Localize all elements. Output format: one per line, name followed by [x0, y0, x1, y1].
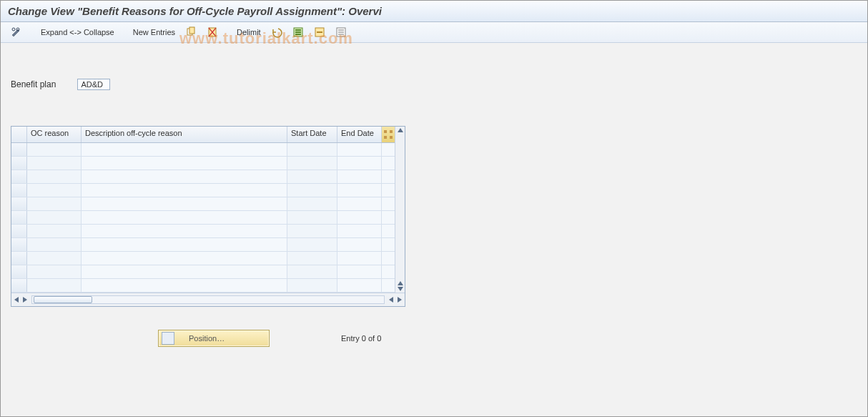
cell-start-date[interactable]: [287, 170, 337, 183]
table-row[interactable]: [11, 252, 395, 265]
cell-start-date[interactable]: [287, 225, 337, 237]
table-row[interactable]: [11, 279, 395, 293]
row-selector[interactable]: [11, 143, 27, 156]
copy-as-button[interactable]: [182, 25, 199, 39]
cell-start-date[interactable]: [287, 157, 337, 170]
cell-end-date[interactable]: [337, 197, 382, 210]
cell-end-date[interactable]: [337, 211, 382, 224]
cell-end-date[interactable]: [337, 184, 382, 197]
cell-oc-reason[interactable]: [27, 225, 82, 237]
undo-change-button[interactable]: [268, 25, 285, 39]
cell-spacer: [382, 143, 395, 156]
cell-spacer: [382, 184, 395, 197]
cell-oc-reason[interactable]: [27, 184, 82, 197]
cell-description[interactable]: [82, 238, 287, 251]
row-selector[interactable]: [11, 211, 27, 224]
table-row[interactable]: [11, 170, 395, 184]
deselect-all-button[interactable]: [332, 25, 350, 39]
row-selector[interactable]: [11, 238, 27, 251]
cell-end-date[interactable]: [337, 252, 382, 265]
cell-oc-reason[interactable]: [27, 197, 82, 210]
row-selector[interactable]: [11, 225, 27, 237]
cell-start-date[interactable]: [287, 252, 337, 265]
cell-end-date[interactable]: [337, 265, 382, 278]
table-row[interactable]: [11, 157, 395, 170]
cell-end-date[interactable]: [337, 143, 382, 156]
cell-end-date[interactable]: [337, 279, 382, 292]
cell-start-date[interactable]: [287, 143, 337, 156]
entry-status: Entry 0 of 0: [341, 334, 381, 343]
row-selector[interactable]: [11, 197, 27, 210]
select-all-button[interactable]: [290, 25, 307, 39]
table-row[interactable]: [11, 238, 395, 252]
delimit-button[interactable]: Delimit: [234, 26, 264, 38]
cell-description[interactable]: [82, 265, 287, 278]
cell-oc-reason[interactable]: [27, 143, 82, 156]
cell-oc-reason[interactable]: [27, 252, 82, 265]
oc-reason-table: OC reason Description off-cycle reason S…: [11, 126, 405, 307]
cell-start-date[interactable]: [287, 184, 337, 197]
table-row[interactable]: [11, 143, 395, 157]
table-header-select-column[interactable]: [11, 127, 27, 142]
cell-oc-reason[interactable]: [27, 238, 82, 251]
cell-description[interactable]: [82, 252, 287, 265]
select-block-button[interactable]: [311, 25, 328, 39]
expand-collapse-button[interactable]: Expand <-> Collapse: [38, 26, 117, 38]
cell-description[interactable]: [82, 225, 287, 237]
cell-end-date[interactable]: [337, 170, 382, 183]
delete-button[interactable]: [204, 25, 221, 39]
position-button[interactable]: Position…: [158, 330, 270, 347]
hscroll-track[interactable]: [31, 295, 385, 304]
table-header-description[interactable]: Description off-cycle reason: [82, 127, 287, 142]
cell-description[interactable]: [82, 184, 287, 197]
row-selector[interactable]: [11, 265, 27, 278]
cell-end-date[interactable]: [337, 225, 382, 237]
cell-description[interactable]: [82, 143, 287, 156]
svg-rect-15: [338, 31, 344, 33]
cell-oc-reason[interactable]: [27, 265, 82, 278]
svg-rect-10: [295, 34, 301, 35]
toggle-display-change-button[interactable]: [8, 25, 25, 39]
table-header-row: OC reason Description off-cycle reason S…: [11, 127, 395, 143]
hscroll-thumb[interactable]: [34, 296, 92, 303]
cell-description[interactable]: [82, 170, 287, 183]
row-selector[interactable]: [11, 184, 27, 197]
cell-end-date[interactable]: [337, 238, 382, 251]
cell-end-date[interactable]: [337, 157, 382, 170]
cell-start-date[interactable]: [287, 211, 337, 224]
row-selector[interactable]: [11, 279, 27, 292]
table-row[interactable]: [11, 211, 395, 225]
new-entries-button[interactable]: New Entries: [130, 26, 178, 38]
scroll-left-icon: [14, 297, 19, 303]
benefit-plan-value[interactable]: AD&D: [77, 79, 110, 90]
horizontal-scrollbar[interactable]: [11, 293, 405, 306]
cell-oc-reason[interactable]: [27, 279, 82, 292]
cell-description[interactable]: [82, 157, 287, 170]
cell-start-date[interactable]: [287, 279, 337, 292]
table-header-oc-reason[interactable]: OC reason: [27, 127, 82, 142]
svg-rect-12: [317, 31, 322, 33]
cell-oc-reason[interactable]: [27, 157, 82, 170]
cell-spacer: [382, 238, 395, 251]
svg-rect-3: [189, 27, 194, 34]
vertical-scrollbar[interactable]: [395, 127, 405, 293]
cell-oc-reason[interactable]: [27, 211, 82, 224]
table-row[interactable]: [11, 265, 395, 279]
svg-point-0: [12, 28, 15, 31]
cell-oc-reason[interactable]: [27, 170, 82, 183]
cell-start-date[interactable]: [287, 238, 337, 251]
table-row[interactable]: [11, 225, 395, 238]
table-header-start-date[interactable]: Start Date: [287, 127, 337, 142]
cell-description[interactable]: [82, 197, 287, 210]
cell-description[interactable]: [82, 279, 287, 292]
table-row[interactable]: [11, 184, 395, 197]
cell-description[interactable]: [82, 211, 287, 224]
row-selector[interactable]: [11, 157, 27, 170]
cell-start-date[interactable]: [287, 265, 337, 278]
table-header-end-date[interactable]: End Date: [337, 127, 382, 142]
table-config-button[interactable]: [382, 127, 395, 142]
table-row[interactable]: [11, 197, 395, 211]
cell-start-date[interactable]: [287, 197, 337, 210]
row-selector[interactable]: [11, 252, 27, 265]
row-selector[interactable]: [11, 170, 27, 183]
